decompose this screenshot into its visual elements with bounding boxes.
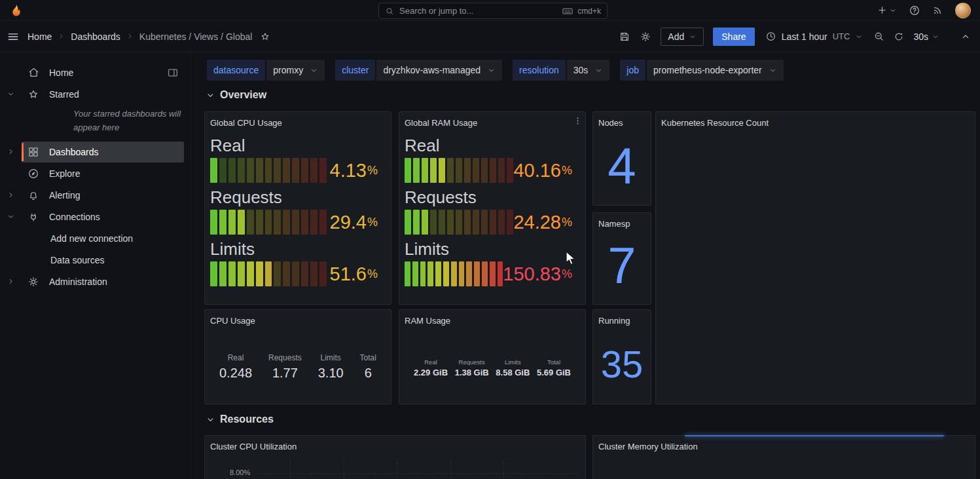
save-icon xyxy=(619,31,630,43)
section-row-overview[interactable]: Overview xyxy=(206,89,266,101)
variable-datasource-dropdown[interactable]: promxy xyxy=(266,60,325,81)
panel-namespaces: Namesp 7 xyxy=(592,212,651,305)
variable-cluster-dropdown[interactable]: dryzhkov-aws-managed xyxy=(376,60,502,81)
panel-title-text: Namesp xyxy=(598,219,630,229)
panel-title[interactable]: Namesp xyxy=(593,213,651,231)
help-button[interactable] xyxy=(909,5,920,16)
bar-gauge xyxy=(405,210,513,235)
chevron-right-icon xyxy=(126,32,134,41)
panel-title[interactable]: Cluster CPU Utilization xyxy=(205,436,585,454)
sidebar-item-label: Explore xyxy=(49,168,80,179)
breadcrumb: Home Dashboards Kubernetes / Views / Glo… xyxy=(27,31,270,42)
sidebar-item-alerting[interactable]: Alerting xyxy=(22,185,184,206)
collapse-starred-button[interactable] xyxy=(0,90,22,98)
panel-cluster-cpu-utilization: Cluster CPU Utilization 8.00% xyxy=(204,435,586,479)
keyboard-icon xyxy=(562,5,573,17)
sidebar-item-connections[interactable]: Connections xyxy=(22,206,184,227)
chevron-down-icon xyxy=(7,90,15,98)
stat-label: Real xyxy=(414,358,448,366)
panel-title[interactable]: Global CPU Usage xyxy=(205,112,391,130)
panel-title-text: Cluster Memory Utilization xyxy=(598,442,698,451)
panel-global-ram-usage: Global RAM Usage Real 40.16% Requests 24… xyxy=(399,111,586,305)
dock-sidebar-button[interactable] xyxy=(167,67,179,79)
panel-title[interactable]: CPU Usage xyxy=(205,310,391,328)
stat-value: 1.77 xyxy=(268,366,302,381)
dashboard-settings-button[interactable] xyxy=(640,31,651,43)
chevron-right-icon xyxy=(7,147,15,156)
add-panel-button[interactable]: Add xyxy=(661,28,704,46)
sidebar-item-explore[interactable]: Explore xyxy=(22,163,184,184)
star-icon xyxy=(27,88,39,100)
panel-title[interactable]: Kubernetes Resource Count xyxy=(656,112,975,130)
starred-empty-note: Your starred dashboards will appear here xyxy=(73,107,190,134)
breadcrumb-home[interactable]: Home xyxy=(27,31,52,42)
sidebar-item-label: Alerting xyxy=(49,190,80,201)
variable-value: 30s xyxy=(573,65,589,75)
stat-label: Requests xyxy=(455,358,489,366)
gauge-label: Limits xyxy=(210,237,378,261)
sidebar-item-add-new-connection[interactable]: Add new connection xyxy=(22,228,184,249)
caret-down-icon xyxy=(889,7,897,14)
chevron-right-icon xyxy=(7,191,15,199)
variable-resolution: resolution 30s xyxy=(513,60,609,81)
sidebar-item-data-sources[interactable]: Data sources xyxy=(22,250,184,271)
zoom-out-time-button[interactable] xyxy=(873,31,884,42)
gauge-label: Requests xyxy=(405,185,572,210)
variable-label: cluster xyxy=(335,60,375,81)
y-axis-tick: 8.00% xyxy=(230,469,250,476)
sidebar-item-home[interactable]: Home xyxy=(22,62,184,83)
home-icon xyxy=(27,66,40,79)
panel-title[interactable]: Running xyxy=(593,310,651,328)
gauge-value: 150.83% xyxy=(503,261,572,286)
panel-title[interactable]: Cluster Memory Utilization xyxy=(593,436,975,454)
mega-menu-button[interactable] xyxy=(7,30,20,43)
user-avatar[interactable] xyxy=(955,3,971,18)
breadcrumb-dashboards[interactable]: Dashboards xyxy=(71,31,120,42)
breadcrumb-current: Kubernetes / Views / Global xyxy=(139,31,253,42)
refresh-interval-picker[interactable]: 30s xyxy=(913,31,939,42)
collapse-connections-button[interactable] xyxy=(0,212,22,221)
gridline xyxy=(257,473,579,474)
expand-alerting-button[interactable] xyxy=(0,191,22,199)
time-range-label: Last 1 hour xyxy=(782,31,827,42)
share-button[interactable]: Share xyxy=(713,28,754,46)
stat-value: 8.58 GiB xyxy=(496,368,530,377)
template-variables-bar: datasource promxy cluster dryzhkov-aws-m… xyxy=(207,60,784,81)
save-dashboard-button[interactable] xyxy=(619,31,630,43)
bar-gauge xyxy=(210,158,327,183)
star-icon xyxy=(260,31,270,42)
panel-menu-button[interactable] xyxy=(573,116,583,126)
sidebar-item-administration[interactable]: Administration xyxy=(22,271,184,292)
stat-label: Real xyxy=(219,353,252,362)
section-row-resources[interactable]: Resources xyxy=(206,413,274,425)
news-button[interactable] xyxy=(932,5,943,16)
expand-dashboards-button[interactable] xyxy=(0,147,22,156)
stat-value: 2.29 GiB xyxy=(414,368,448,377)
chevron-right-icon xyxy=(57,32,65,41)
variable-job-dropdown[interactable]: prometheus-node-exporter xyxy=(647,60,784,81)
search-input[interactable]: Search or jump to... cmd+k xyxy=(378,3,608,19)
refresh-button[interactable] xyxy=(894,31,904,42)
stat-label: Limits xyxy=(318,353,344,362)
expand-administration-button[interactable] xyxy=(0,277,22,286)
variable-job: job prometheus-node-exporter xyxy=(620,60,783,81)
stats-row: Real0.248 Requests1.77 Limits3.10 Total6 xyxy=(219,353,376,381)
panel-title[interactable]: Nodes xyxy=(593,112,651,130)
grafana-logo-icon[interactable] xyxy=(9,3,24,18)
panel-title[interactable]: Global RAM Usage xyxy=(399,112,585,130)
stat-value-nodes: 4 xyxy=(593,130,651,201)
favorite-dashboard-button[interactable] xyxy=(260,31,270,42)
section-title: Overview xyxy=(220,89,266,101)
top-navbar: Search or jump to... cmd+k xyxy=(0,0,980,21)
new-menu-button[interactable] xyxy=(877,5,897,16)
dashboard-canvas: datasource promxy cluster dryzhkov-aws-m… xyxy=(191,52,980,479)
sidebar-item-starred[interactable]: Starred xyxy=(22,84,184,105)
variable-resolution-dropdown[interactable]: 30s xyxy=(567,60,610,81)
clock-icon xyxy=(765,31,776,42)
panel-title[interactable]: RAM Usage xyxy=(399,310,585,328)
sidebar-item-dashboards[interactable]: Dashboards xyxy=(22,142,184,163)
gridline xyxy=(290,459,291,479)
collapse-toolbar-button[interactable] xyxy=(960,31,971,42)
zoom-out-icon xyxy=(873,31,884,42)
time-range-picker[interactable]: Last 1 hour UTC xyxy=(764,31,865,42)
